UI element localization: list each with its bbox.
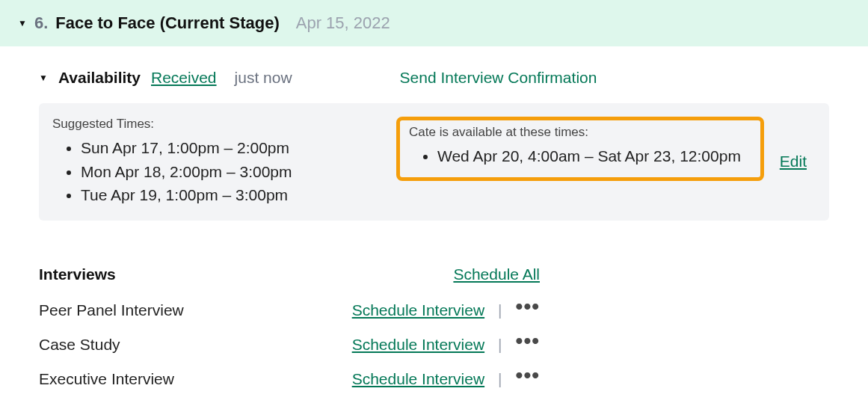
interview-name: Peer Panel Interview xyxy=(39,301,184,319)
edit-link[interactable]: Edit xyxy=(765,153,807,170)
stage-header[interactable]: ▼ 6. Face to Face (Current Stage) Apr 15… xyxy=(0,0,868,46)
divider: | xyxy=(498,336,502,354)
availability-status-link[interactable]: Received xyxy=(151,69,217,87)
divider: | xyxy=(498,370,502,388)
interviews-header: Interviews Schedule All xyxy=(39,265,540,283)
interview-row: Peer Panel Interview Schedule Interview … xyxy=(39,301,540,319)
list-item: Sun Apr 17, 1:00pm – 2:00pm xyxy=(81,136,396,160)
list-item: Tue Apr 19, 1:00pm – 3:00pm xyxy=(81,183,396,207)
suggested-times-list: Sun Apr 17, 1:00pm – 2:00pm Mon Apr 18, … xyxy=(52,136,396,207)
schedule-all-link[interactable]: Schedule All xyxy=(453,265,540,283)
stage-date: Apr 15, 2022 xyxy=(296,13,390,33)
availability-timestamp: just now xyxy=(235,69,292,87)
interviews-section: Interviews Schedule All Peer Panel Inter… xyxy=(39,265,829,388)
availability-panel: Suggested Times: Sun Apr 17, 1:00pm – 2:… xyxy=(39,103,829,221)
candidate-times-list: Wed Apr 20, 4:00am – Sat Apr 23, 12:00pm xyxy=(409,144,741,168)
availability-caret-icon[interactable]: ▼ xyxy=(39,73,48,83)
list-item: Mon Apr 18, 2:00pm – 3:00pm xyxy=(81,160,396,184)
schedule-interview-link[interactable]: Schedule Interview xyxy=(352,301,484,319)
suggested-times-column: Suggested Times: Sun Apr 17, 1:00pm – 2:… xyxy=(52,117,396,207)
interview-row: Executive Interview Schedule Interview |… xyxy=(39,370,540,388)
collapse-caret-icon[interactable]: ▼ xyxy=(18,18,27,28)
divider: | xyxy=(498,301,502,319)
interview-name: Case Study xyxy=(39,336,120,354)
schedule-interview-link[interactable]: Schedule Interview xyxy=(352,336,484,354)
candidate-availability-highlight: Cate is available at these times: Wed Ap… xyxy=(396,117,764,181)
stage-title: Face to Face (Current Stage) xyxy=(55,13,280,33)
suggested-times-label: Suggested Times: xyxy=(52,117,396,132)
interview-name: Executive Interview xyxy=(39,370,174,388)
availability-row: ▼ Availability Received just now Send In… xyxy=(39,69,829,87)
candidate-times-label: Cate is available at these times: xyxy=(409,125,741,140)
interview-row: Case Study Schedule Interview | ••• xyxy=(39,336,540,354)
availability-label: Availability xyxy=(58,69,141,87)
interviews-title: Interviews xyxy=(39,265,116,283)
list-item: Wed Apr 20, 4:00am – Sat Apr 23, 12:00pm xyxy=(437,144,741,168)
send-confirmation-link[interactable]: Send Interview Confirmation xyxy=(400,69,597,87)
schedule-interview-link[interactable]: Schedule Interview xyxy=(352,370,484,388)
stage-number: 6. xyxy=(34,13,48,33)
